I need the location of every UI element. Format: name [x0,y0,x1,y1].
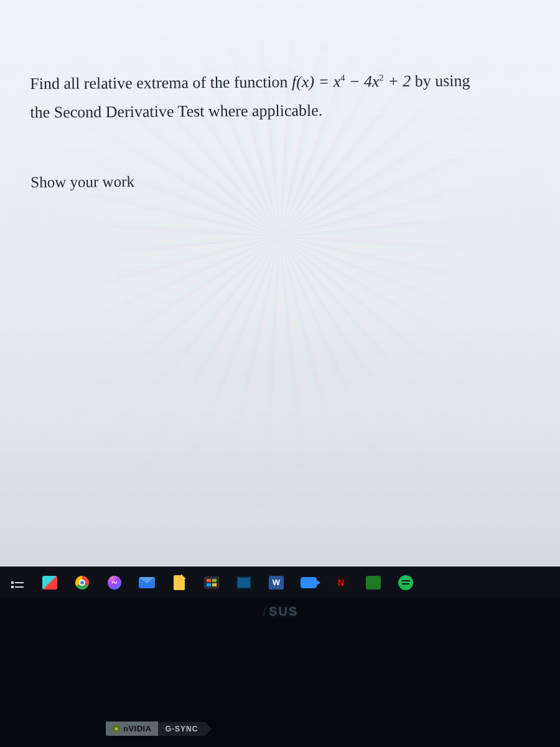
taskbar-spotify[interactable] [394,571,417,594]
sticker-nvidia-panel: nVIDIA [106,721,158,736]
problem-text-prefix: Find all relative extrema of the functio… [30,73,292,93]
taskbar-green-app[interactable] [362,571,385,594]
taskbar-messenger[interactable]: ~ [103,571,126,594]
messenger-icon: ~ [108,576,121,590]
task-view-button[interactable] [6,571,29,594]
problem-line-1: Find all relative extrema of the functio… [30,68,541,96]
file-explorer-icon [174,575,185,590]
eq-term1-base: x [334,73,341,91]
task-view-icon [11,581,24,584]
spotify-icon [398,575,413,590]
netflix-icon: N [334,576,348,590]
sticker-nvidia-text: nVIDIA [123,724,152,733]
eq-term2-base: x [372,72,380,90]
show-work-prompt: Show your work [30,167,542,194]
sticker-gsync-panel: G-SYNC [158,722,206,736]
chrome-icon [75,576,89,590]
nvidia-eye-icon [112,725,121,733]
taskbar-netflix[interactable]: N [330,571,352,594]
word-icon: W [269,576,284,590]
taskbar-chrome[interactable] [71,571,93,594]
windows-taskbar: ~ W N [0,566,560,598]
taskbar-movies-tv[interactable] [233,571,255,594]
eq-plus-const: + 2 [384,72,411,90]
taskbar-ms-store[interactable] [200,571,223,594]
screen-content: Find all relative extrema of the functio… [0,0,560,566]
taskbar-mail[interactable] [136,571,158,594]
problem-line-2: the Second Derivative Test where applica… [30,97,541,126]
problem-document: Find all relative extrema of the functio… [0,0,560,194]
taskbar-file-explorer[interactable] [168,571,190,594]
taskbar-app-1[interactable] [39,571,61,594]
sticker-tail-icon [205,722,212,736]
problem-equation: f(x) = x4 − 4x2 + 2 [292,72,415,91]
ms-store-icon [204,576,219,589]
screen-starburst-glare [280,237,281,237]
eq-lhs: f(x) [292,73,314,91]
mail-icon [139,577,155,588]
eq-equals: = [314,73,334,91]
monitor-brand-logo: /SUS [262,605,299,618]
problem-text-suffix: by using [415,72,470,90]
app-icon [42,576,57,590]
eq-term2-coeff: 4 [364,72,372,90]
taskbar-zoom[interactable] [297,571,320,594]
brand-text: SUS [269,604,298,618]
brand-slash: / [263,604,268,618]
eq-term2-exp: 2 [379,72,383,82]
zoom-icon [301,577,317,588]
green-app-icon [366,576,381,590]
movies-icon [236,576,251,589]
eq-minus: − [345,72,364,90]
nvidia-gsync-sticker: nVIDIA G-SYNC [106,721,212,736]
taskbar-word[interactable]: W [265,571,287,594]
monitor-bezel: /SUS nVIDIA G-SYNC [0,598,560,747]
